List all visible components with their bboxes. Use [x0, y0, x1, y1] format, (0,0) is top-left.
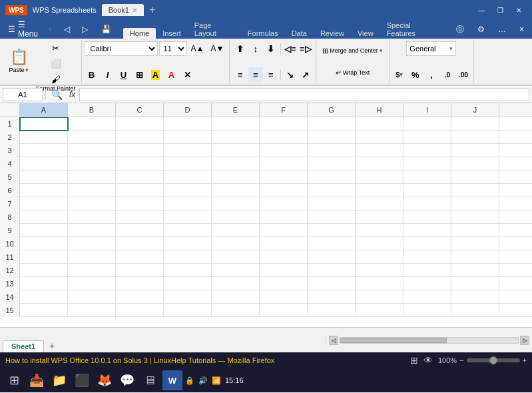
col-header-J[interactable]: J — [451, 103, 499, 117]
cell-G12[interactable] — [308, 264, 356, 277]
row-number[interactable]: 6 — [0, 184, 20, 197]
cell-J12[interactable] — [451, 264, 499, 277]
menu-button[interactable]: ☰ ☰ Menu ▾ — [3, 18, 57, 41]
taskbar-wps-icon[interactable]: W — [162, 370, 182, 390]
cell-H9[interactable] — [356, 224, 403, 237]
cell-E13[interactable] — [212, 277, 260, 290]
taskbar-firefox-icon[interactable]: 🦊 — [95, 370, 115, 390]
cell-C2[interactable] — [116, 131, 164, 144]
cell-D9[interactable] — [164, 224, 212, 237]
cell-I15[interactable] — [403, 304, 451, 317]
cell-A8[interactable] — [20, 210, 68, 224]
cell-E3[interactable] — [212, 144, 260, 157]
comma-button[interactable]: , — [424, 67, 439, 82]
cell-F6[interactable] — [260, 184, 308, 197]
cell-I3[interactable] — [403, 144, 451, 157]
hscroll-thumb[interactable] — [340, 338, 447, 343]
cell-J5[interactable] — [451, 171, 499, 184]
cell-B6[interactable] — [68, 184, 116, 197]
cell-I4[interactable] — [403, 157, 451, 171]
zoom-slider-track[interactable] — [467, 358, 520, 362]
increase-indent-button[interactable]: ≡▷ — [298, 41, 313, 56]
merge-center-button[interactable]: ⊞ Merge and Center ▾ — [319, 41, 386, 60]
cell-I12[interactable] — [403, 264, 451, 277]
decrease-font-button[interactable]: A▼ — [208, 42, 226, 55]
cell-E8[interactable] — [212, 210, 260, 224]
cell-H7[interactable] — [356, 197, 403, 210]
tab-data[interactable]: Data — [285, 28, 314, 39]
save-button[interactable]: 💾 — [96, 23, 117, 36]
cell-D6[interactable] — [164, 184, 212, 197]
cell-B14[interactable] — [68, 290, 116, 304]
decrease-indent-button[interactable]: ◁≡ — [283, 41, 298, 56]
cell-C13[interactable] — [116, 277, 164, 290]
add-sheet-button[interactable]: + — [45, 339, 59, 352]
cell-G14[interactable] — [308, 290, 356, 304]
sheet1-tab[interactable]: Sheet1 — [3, 340, 44, 352]
number-format-box[interactable]: General ▾ — [406, 41, 456, 56]
cell-J8[interactable] — [451, 210, 499, 224]
cell-G10[interactable] — [308, 237, 356, 250]
tab-formulas[interactable]: Formulas — [241, 28, 285, 39]
cell-E7[interactable] — [212, 197, 260, 210]
cell-E15[interactable] — [212, 304, 260, 317]
close-window-button[interactable]: ✕ — [511, 4, 527, 16]
col-header-H[interactable]: H — [356, 103, 403, 117]
cell-J11[interactable] — [451, 250, 499, 264]
align-top-button[interactable]: ⬆ — [233, 41, 248, 56]
cell-G2[interactable] — [308, 131, 356, 144]
cell-E14[interactable] — [212, 290, 260, 304]
cell-I2[interactable] — [403, 131, 451, 144]
align-middle-button[interactable]: ↕ — [248, 41, 263, 56]
cell-H3[interactable] — [356, 144, 403, 157]
font-color-button[interactable]: A — [164, 67, 179, 82]
cell-D5[interactable] — [164, 171, 212, 184]
taskbar-chat-icon[interactable]: 💬 — [117, 370, 137, 390]
tab-special-features[interactable]: Special Features — [380, 20, 447, 39]
fill-color-button[interactable]: A — [148, 67, 163, 82]
cell-G8[interactable] — [308, 210, 356, 224]
cell-A1[interactable] — [20, 117, 68, 131]
zoom-minus-button[interactable]: − — [459, 356, 463, 364]
cell-I10[interactable] — [403, 237, 451, 250]
align-right-button[interactable]: ≡ — [264, 67, 278, 82]
cell-F7[interactable] — [260, 197, 308, 210]
cell-F1[interactable] — [260, 117, 308, 131]
cell-D2[interactable] — [164, 131, 212, 144]
cell-C7[interactable] — [116, 197, 164, 210]
border-button[interactable]: ⊞ — [133, 67, 147, 82]
settings-button[interactable]: ⚙ — [472, 22, 490, 37]
zoom-formula-icon[interactable]: 🔍 — [49, 89, 65, 100]
col-header-D[interactable]: D — [164, 103, 212, 117]
cell-C12[interactable] — [116, 264, 164, 277]
cell-J3[interactable] — [451, 144, 499, 157]
cell-E1[interactable] — [212, 117, 260, 131]
decrease-decimal-button[interactable]: .0 — [440, 67, 455, 82]
row-number[interactable]: 9 — [0, 224, 20, 237]
col-header-F[interactable]: F — [260, 103, 308, 117]
cell-J6[interactable] — [451, 184, 499, 197]
cell-B4[interactable] — [68, 157, 116, 171]
col-header-C[interactable]: C — [116, 103, 164, 117]
row-number[interactable]: 2 — [0, 131, 20, 144]
tab-view[interactable]: View — [351, 28, 380, 39]
cell-J1[interactable] — [451, 117, 499, 131]
cell-J4[interactable] — [451, 157, 499, 171]
hscroll-left-button[interactable]: ◁ — [329, 336, 338, 345]
cell-E5[interactable] — [212, 171, 260, 184]
cell-G6[interactable] — [308, 184, 356, 197]
tab-review[interactable]: Review — [314, 28, 351, 39]
cell-H10[interactable] — [356, 237, 403, 250]
cell-A15[interactable] — [20, 304, 68, 317]
tab-page-layout[interactable]: Page Layout — [188, 20, 241, 39]
cell-D11[interactable] — [164, 250, 212, 264]
cell-I8[interactable] — [403, 210, 451, 224]
cell-F11[interactable] — [260, 250, 308, 264]
cut-button[interactable]: ✂ — [33, 41, 79, 55]
cell-D3[interactable] — [164, 144, 212, 157]
cell-A2[interactable] — [20, 131, 68, 144]
cell-J13[interactable] — [451, 277, 499, 290]
cell-C6[interactable] — [116, 184, 164, 197]
cell-H13[interactable] — [356, 277, 403, 290]
cell-H12[interactable] — [356, 264, 403, 277]
